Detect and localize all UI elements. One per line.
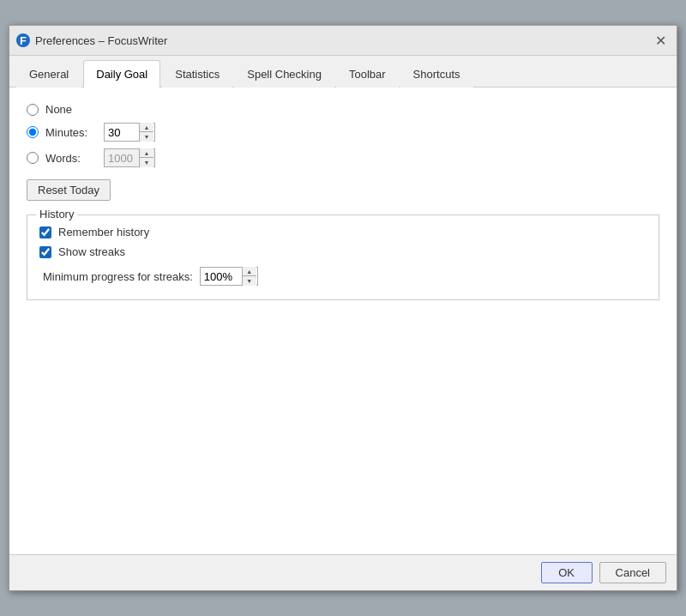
tab-daily-goal[interactable]: Daily Goal [83,60,160,88]
none-label[interactable]: None [45,103,97,116]
history-legend: History [36,208,77,220]
minutes-radio[interactable] [27,126,39,138]
tab-bar: General Daily Goal Statistics Spell Chec… [9,56,677,88]
content-area: None Minutes: ▲ ▼ Words: [9,88,677,554]
show-streaks-label[interactable]: Show streaks [58,245,125,258]
app-icon: F [16,33,30,47]
close-button[interactable]: ✕ [651,31,670,50]
minutes-spinbox: ▲ ▼ [104,123,155,142]
min-progress-spinbox: ▲ ▼ [200,267,258,286]
words-spin-down[interactable]: ▼ [140,158,153,167]
history-group: History Remember history Show streaks Mi… [27,214,659,300]
words-spin-buttons: ▲ ▼ [139,148,153,167]
cancel-button[interactable]: Cancel [599,562,666,583]
reset-today-button[interactable]: Reset Today [27,179,111,201]
goal-type-group: None Minutes: ▲ ▼ Words: [27,103,659,167]
remember-history-checkbox[interactable] [39,226,51,239]
show-streaks-row: Show streaks [39,245,647,258]
title-bar-left: F Preferences – FocusWriter [16,33,167,47]
words-spin-up[interactable]: ▲ [140,148,153,158]
min-progress-label: Minimum progress for streaks: [43,270,193,283]
tab-general[interactable]: General [16,60,81,88]
minutes-spin-down[interactable]: ▼ [140,132,153,142]
words-spinbox: ▲ ▼ [104,148,155,167]
preferences-window: F Preferences – FocusWriter ✕ General Da… [9,25,677,591]
minutes-row: Minutes: ▲ ▼ [27,123,659,142]
words-input[interactable] [105,149,139,166]
min-progress-spin-buttons: ▲ ▼ [242,267,256,286]
bottom-bar: OK Cancel [9,554,677,590]
window-title: Preferences – FocusWriter [35,34,167,47]
none-radio[interactable] [27,104,39,116]
ok-button[interactable]: OK [541,562,593,583]
minutes-label[interactable]: Minutes: [45,126,97,139]
min-progress-spin-up[interactable]: ▲ [243,267,256,276]
tab-toolbar[interactable]: Toolbar [336,60,399,88]
min-progress-input[interactable] [201,268,242,285]
min-progress-spin-down[interactable]: ▼ [243,276,256,286]
show-streaks-checkbox[interactable] [39,246,51,258]
minutes-spin-up[interactable]: ▲ [140,123,153,132]
remember-history-row: Remember history [39,226,647,239]
words-label[interactable]: Words: [45,152,97,165]
remember-history-label[interactable]: Remember history [58,226,149,239]
words-radio[interactable] [27,152,39,164]
title-bar: F Preferences – FocusWriter ✕ [9,26,677,56]
words-row: Words: ▲ ▼ [27,148,659,167]
minutes-input[interactable] [105,124,139,141]
none-row: None [27,103,659,116]
tab-spell-checking[interactable]: Spell Checking [234,60,334,88]
tab-statistics[interactable]: Statistics [162,60,232,88]
tab-shortcuts[interactable]: Shortcuts [400,60,473,88]
min-progress-row: Minimum progress for streaks: ▲ ▼ [43,267,647,286]
minutes-spin-buttons: ▲ ▼ [139,123,153,142]
